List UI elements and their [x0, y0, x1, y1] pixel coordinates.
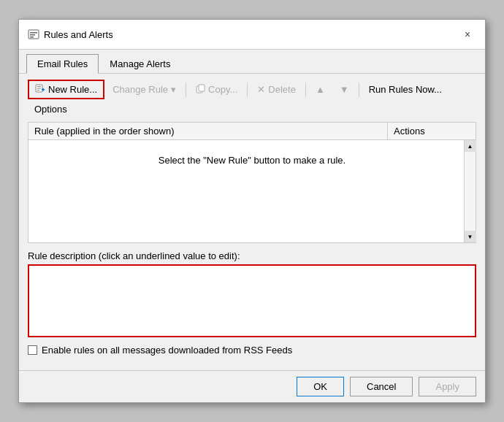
main-content: New Rule... Change Rule ▾ Copy... ✕ — [19, 74, 485, 370]
toolbar: New Rule... Change Rule ▾ Copy... ✕ — [28, 80, 476, 118]
new-rule-label: New Rule... — [48, 84, 97, 95]
rules-scrollbar: ▲ ▼ — [464, 140, 476, 242]
rules-table-header: Rule (applied in the order shown) Action… — [28, 123, 476, 140]
move-down-icon: ▼ — [340, 84, 349, 95]
svg-rect-5 — [37, 86, 41, 87]
tab-email-rules[interactable]: Email Rules — [26, 54, 99, 74]
run-rules-label: Run Rules Now... — [369, 84, 442, 95]
change-rule-button[interactable]: Change Rule ▾ — [106, 81, 183, 98]
svg-rect-6 — [37, 88, 41, 89]
new-rule-icon — [35, 83, 45, 96]
delete-label: Delete — [268, 84, 296, 95]
rules-table: Rule (applied in the order shown) Action… — [28, 122, 476, 243]
change-rule-arrow: ▾ — [171, 84, 176, 95]
scrollbar-track — [465, 152, 476, 231]
close-button[interactable]: × — [459, 26, 476, 43]
rss-checkbox-row: Enable rules on all messages downloaded … — [28, 345, 476, 356]
rule-description-label: Rule description (click an underlined va… — [28, 250, 476, 261]
rules-empty-message: Select the "New Rule" button to make a r… — [159, 155, 345, 166]
svg-rect-2 — [30, 34, 35, 36]
svg-rect-11 — [199, 85, 205, 91]
options-label: Options — [34, 104, 67, 115]
col-rule-header: Rule (applied in the order shown) — [28, 123, 388, 139]
scrollbar-down-arrow[interactable]: ▼ — [465, 231, 476, 242]
toolbar-separator-3 — [305, 83, 306, 97]
move-down-button[interactable]: ▼ — [333, 81, 356, 98]
change-rule-label: Change Rule — [112, 84, 168, 95]
copy-button[interactable]: Copy... — [189, 81, 244, 99]
svg-rect-3 — [30, 37, 34, 38]
copy-label: Copy... — [208, 84, 237, 95]
cancel-button[interactable]: Cancel — [350, 377, 413, 396]
copy-icon — [196, 84, 205, 96]
footer: OK Cancel Apply — [19, 370, 485, 402]
svg-rect-9 — [42, 88, 44, 91]
dialog-icon — [28, 28, 39, 40]
svg-rect-7 — [37, 90, 39, 91]
dialog-title: Rules and Alerts — [44, 29, 113, 40]
options-button[interactable]: Options — [28, 101, 74, 118]
run-rules-button[interactable]: Run Rules Now... — [362, 81, 448, 98]
move-up-button[interactable]: ▲ — [309, 81, 332, 98]
scrollbar-up-arrow[interactable]: ▲ — [465, 140, 476, 152]
rss-checkbox[interactable] — [28, 345, 37, 355]
rules-table-body: Select the "New Rule" button to make a r… — [28, 140, 476, 242]
svg-rect-1 — [30, 32, 37, 34]
rule-description-box[interactable] — [28, 264, 476, 337]
toolbar-separator-1 — [186, 83, 186, 97]
title-bar: Rules and Alerts × — [19, 20, 485, 50]
toolbar-separator-4 — [359, 83, 359, 97]
title-bar-left: Rules and Alerts — [28, 28, 113, 40]
delete-icon: ✕ — [257, 84, 265, 95]
col-actions-header: Actions — [388, 123, 476, 139]
ok-button[interactable]: OK — [297, 377, 344, 396]
tab-manage-alerts[interactable]: Manage Alerts — [99, 54, 181, 73]
rules-and-alerts-dialog: Rules and Alerts × Email Rules Manage Al… — [18, 19, 486, 403]
delete-button[interactable]: ✕ Delete — [251, 81, 302, 98]
move-up-icon: ▲ — [316, 84, 325, 95]
tabs-bar: Email Rules Manage Alerts — [19, 50, 485, 74]
apply-button[interactable]: Apply — [419, 377, 476, 396]
new-rule-button[interactable]: New Rule... — [28, 80, 104, 99]
toolbar-separator-2 — [247, 83, 248, 97]
rss-label: Enable rules on all messages downloaded … — [42, 345, 292, 356]
